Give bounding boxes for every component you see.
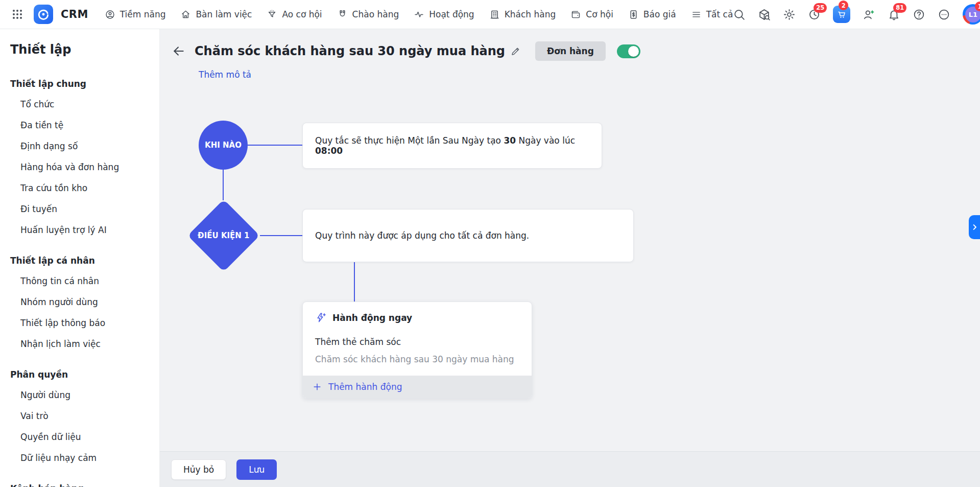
- entity-type-button[interactable]: Đơn hàng: [535, 41, 606, 61]
- add-description-link[interactable]: Thêm mô tả: [199, 69, 251, 80]
- sidebar-item-phan-quyen-2[interactable]: Quyền dữ liệu: [10, 426, 147, 447]
- nav-label: Báo giá: [643, 9, 676, 19]
- nav-item-tat-ca[interactable]: Tất cả: [691, 9, 733, 20]
- sidebar-item-thiet-lap-chung-0[interactable]: Tổ chức: [10, 94, 147, 114]
- nav-item-hoat-dong[interactable]: Hoạt động: [414, 9, 474, 20]
- package-search-icon[interactable]: [758, 8, 771, 21]
- save-button[interactable]: Lưu: [236, 459, 277, 480]
- nav-label: Khách hàng: [505, 9, 556, 19]
- help-icon[interactable]: [913, 8, 925, 21]
- nav-label: Tất cả: [706, 9, 733, 19]
- nav-item-bao-gia[interactable]: Báo giá: [628, 9, 676, 20]
- sidebar-section-thiet-lap-ca-nhan: Thiết lập cá nhânThông tin cá nhânNhóm n…: [10, 256, 147, 354]
- activity-icon: [414, 9, 424, 20]
- nav-label: Bàn làm việc: [196, 9, 252, 19]
- when-node[interactable]: KHI NÀO: [199, 121, 248, 170]
- menu-icon: [691, 9, 702, 20]
- edit-title-icon[interactable]: [510, 46, 521, 57]
- nav-item-chao-hang[interactable]: Chào hàng: [337, 9, 399, 20]
- action-card-title: Hành động ngay: [332, 313, 412, 323]
- back-arrow-icon[interactable]: [172, 44, 185, 58]
- topbar-actions: 25281L11: [733, 4, 980, 25]
- add-user-icon[interactable]: [863, 8, 875, 21]
- funnel-icon: [267, 9, 277, 20]
- sidebar-item-thiet-lap-chung-1[interactable]: Đa tiền tệ: [10, 114, 147, 135]
- instant-action-icon: [315, 312, 327, 323]
- home-icon: [180, 9, 191, 20]
- condition-text: Quy trình này được áp dụng cho tất cả đơ…: [315, 230, 529, 241]
- connector-condition-box: [260, 235, 302, 236]
- action-card[interactable]: Hành động ngay Thêm thẻ chăm sóc Chăm só…: [302, 302, 532, 399]
- notifications-icon[interactable]: 81: [888, 8, 900, 21]
- connector-when-rule: [248, 145, 302, 146]
- when-rule-text: Quy tắc sẽ thực hiện Một lần Sau Ngày tạ…: [315, 135, 589, 156]
- chevron-right-icon: [971, 223, 978, 231]
- nav-label: Cơ hội: [586, 9, 613, 19]
- sidebar-section-thiet-lap-chung: Thiết lập chungTổ chứcĐa tiền tệĐịnh dạn…: [10, 79, 147, 240]
- connector-condition-action: [354, 262, 355, 302]
- sidebar-section-title-phan-quyen: Phân quyền: [10, 369, 147, 380]
- when-rule-box[interactable]: Quy tắc sẽ thực hiện Một lần Sau Ngày tạ…: [302, 123, 602, 169]
- sidebar-item-phan-quyen-0[interactable]: Người dùng: [10, 384, 147, 405]
- nav-item-khach-hang[interactable]: Khách hàng: [489, 9, 556, 20]
- nav-label: Chào hàng: [352, 9, 399, 19]
- sidebar-item-thiet-lap-ca-nhan-0[interactable]: Thông tin cá nhân: [10, 270, 147, 291]
- footer-actions: Hủy bỏ Lưu: [160, 451, 980, 487]
- connector-when-condition: [223, 170, 224, 200]
- user-circle-icon: [105, 9, 115, 20]
- sidebar-section-title-thiet-lap-chung: Thiết lập chung: [10, 79, 147, 89]
- nav-label: Tiềm năng: [120, 9, 166, 19]
- condition-node[interactable]: ĐIỀU KIỆN 1: [187, 199, 259, 271]
- sidebar-item-phan-quyen-1[interactable]: Vai trò: [10, 405, 147, 426]
- user-avatar[interactable]: L11: [963, 4, 980, 25]
- wallet-icon: [570, 9, 581, 20]
- avatar-badge: 1: [975, 2, 980, 11]
- sidebar-item-thiet-lap-chung-5[interactable]: Đi tuyến: [10, 198, 147, 219]
- settings-sidebar: Thiết lập Thiết lập chungTổ chứcĐa tiền …: [0, 29, 160, 487]
- action-card-body: Hành động ngay Thêm thẻ chăm sóc Chăm só…: [303, 302, 532, 376]
- notification-badge: 25: [814, 3, 827, 13]
- workflow-active-toggle[interactable]: [617, 44, 640, 58]
- building-icon: [489, 9, 500, 20]
- action-card-header: Hành động ngay: [315, 312, 519, 323]
- cancel-button[interactable]: Hủy bỏ: [171, 459, 226, 480]
- nav-item-tiem-nang[interactable]: Tiềm năng: [105, 9, 166, 20]
- nav-item-co-hoi[interactable]: Cơ hội: [570, 9, 613, 20]
- sidebar-title: Thiết lập: [10, 42, 147, 57]
- nav-label: Hoạt động: [429, 9, 474, 19]
- sidebar-section-kenh-ban-hang: Kênh bán hàng: [10, 483, 147, 487]
- add-action-button[interactable]: Thêm hành động: [303, 376, 532, 398]
- history-icon[interactable]: 25: [808, 8, 821, 21]
- apps-grid-icon[interactable]: [11, 8, 23, 20]
- plus-icon: [312, 382, 322, 392]
- sidebar-item-thiet-lap-chung-6[interactable]: Huấn luyện trợ lý AI: [10, 219, 147, 240]
- more-icon[interactable]: [938, 8, 950, 21]
- product-name: CRM: [61, 8, 88, 20]
- quote-icon: [628, 9, 639, 20]
- page-title: Chăm sóc khách hàng sau 30 ngày mua hàng: [195, 44, 505, 58]
- sidebar-item-phan-quyen-3[interactable]: Dữ liệu nhạy cảm: [10, 447, 147, 468]
- magnet-icon: [337, 9, 348, 20]
- sidebar-section-title-kenh-ban-hang: Kênh bán hàng: [10, 483, 147, 487]
- expand-panel-tab[interactable]: [969, 215, 980, 239]
- action-name[interactable]: Thêm thẻ chăm sóc: [315, 337, 519, 347]
- workflow-editor: Chăm sóc khách hàng sau 30 ngày mua hàng…: [160, 29, 980, 487]
- workflow-header: Chăm sóc khách hàng sau 30 ngày mua hàng…: [172, 41, 640, 61]
- sidebar-item-thiet-lap-ca-nhan-1[interactable]: Nhóm người dùng: [10, 291, 147, 312]
- main-nav: Tiềm năngBàn làm việcAo cơ hộiChào hàngH…: [105, 9, 733, 20]
- sidebar-item-thiet-lap-ca-nhan-3[interactable]: Nhận lịch làm việc: [10, 333, 147, 354]
- nav-label: Ao cơ hội: [282, 9, 322, 19]
- crm-logo-icon[interactable]: [34, 5, 53, 24]
- nav-item-ban-lam-viec[interactable]: Bàn làm việc: [180, 9, 252, 20]
- condition-box[interactable]: Quy trình này được áp dụng cho tất cả đơ…: [302, 209, 634, 262]
- cart-icon[interactable]: 2: [833, 6, 850, 23]
- topbar: CRM Tiềm năngBàn làm việcAo cơ hộiChào h…: [0, 0, 980, 29]
- sidebar-item-thiet-lap-chung-2[interactable]: Định dạng số: [10, 135, 147, 156]
- sidebar-item-thiet-lap-chung-3[interactable]: Hàng hóa và đơn hàng: [10, 156, 147, 177]
- action-description: Chăm sóc khách hàng sau 30 ngày mua hàng: [315, 354, 519, 364]
- settings-icon[interactable]: [783, 8, 796, 21]
- sidebar-item-thiet-lap-chung-4[interactable]: Tra cứu tồn kho: [10, 177, 147, 198]
- sidebar-item-thiet-lap-ca-nhan-2[interactable]: Thiết lập thông báo: [10, 312, 147, 333]
- nav-item-ao-co-hoi[interactable]: Ao cơ hội: [267, 9, 322, 20]
- search-icon[interactable]: [733, 8, 746, 21]
